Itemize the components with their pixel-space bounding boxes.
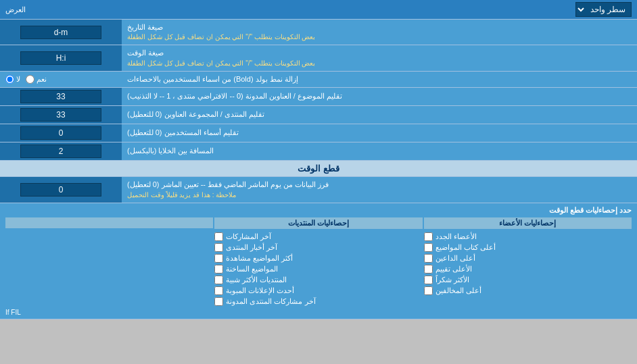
checkbox-top-rated[interactable]: الأعلى تقييم [424, 265, 632, 274]
forum-titles-input[interactable] [20, 108, 101, 122]
checkbox-hot-topics[interactable]: المواضيع الساخنة [214, 265, 422, 274]
radio-no[interactable]: لا [5, 75, 20, 84]
display-select-area[interactable]: سطر واحدسطرانثلاثة أسطر [575, 2, 632, 17]
radio-yes-input[interactable] [26, 75, 34, 84]
cell-spacing-row: المسافة بين الخلايا (بالبكسل) [0, 142, 637, 161]
date-format-input[interactable] [20, 26, 101, 39]
bold-remove-row: إزالة نمط بولد (Bold) من اسماء المستخدمي… [0, 72, 637, 88]
radio-no-input[interactable] [5, 75, 14, 84]
cutoff-input[interactable] [20, 183, 101, 197]
display-select[interactable]: سطر واحدسطرانثلاثة أسطر [575, 2, 632, 17]
checkbox-forum-news-input[interactable] [214, 243, 223, 252]
header-row: سطر واحدسطرانثلاثة أسطر العرض [0, 0, 637, 20]
usernames-label: تقليم أسماء المستخدمين (0 للتعطيل) [122, 124, 637, 142]
checkbox-latest-classifieds-input[interactable] [214, 286, 223, 295]
col-forums-title: إحصاءليات المنتديات [214, 217, 422, 229]
checkbox-most-similar-forums-input[interactable] [214, 276, 223, 284]
checkbox-top-rated-input[interactable] [424, 265, 433, 274]
checkbox-top-writers[interactable]: أعلى كتاب المواضيع [424, 243, 632, 252]
forum-titles-input-cell [0, 106, 122, 124]
checkbox-most-viewed[interactable]: أكثر المواضيع مشاهدة [214, 254, 422, 263]
topic-titles-label: تقليم الموضوع / العناوين المدونة (0 -- ا… [122, 88, 637, 105]
checkbox-new-members[interactable]: الأعضاء الجدد [424, 232, 632, 241]
usernames-input[interactable] [20, 126, 101, 140]
checkbox-last-forum-posts-input[interactable] [214, 297, 223, 306]
topic-titles-input[interactable] [20, 90, 101, 103]
checkboxes-grid: إحصاءليات الأعضاء الأعضاء الجدد أعلى كتا… [5, 217, 632, 306]
checkbox-top-violations-input[interactable] [424, 286, 433, 295]
usernames-input-cell [0, 124, 122, 142]
checkbox-latest-classifieds[interactable]: أحدث الإعلانات المبوبة [214, 286, 422, 295]
checkbox-col-forums: إحصاءليات المنتديات آخر المشاركات آخر أخ… [214, 217, 422, 306]
header-right-label: العرض [5, 5, 26, 14]
time-format-label: صيغة الوقت بعض التكوينات يتطلب "/" التي … [122, 45, 637, 70]
cutoff-section-title: قطع الوقت [0, 161, 637, 177]
checkbox-col-extra [5, 217, 213, 306]
cell-spacing-input[interactable] [20, 145, 101, 158]
usernames-row: تقليم أسماء المستخدمين (0 للتعطيل) [0, 124, 637, 142]
cutoff-row: فرز البيانات من يوم الماشر الماضي فقط --… [0, 177, 637, 203]
checkbox-most-similar-forums[interactable]: المنتديات الأكثر شبية [214, 276, 422, 284]
time-format-row: صيغة الوقت بعض التكوينات يتطلب "/" التي … [0, 45, 637, 71]
date-format-input-cell [0, 20, 122, 45]
checkbox-most-thanked-input[interactable] [424, 276, 433, 284]
checkbox-top-inviters[interactable]: أعلى الداعين [424, 254, 632, 263]
checkbox-last-posts[interactable]: آخر المشاركات [214, 232, 422, 241]
time-format-input-cell [0, 45, 122, 70]
cutoff-input-cell [0, 177, 122, 202]
checkbox-top-inviters-input[interactable] [424, 254, 433, 263]
checkbox-forum-news[interactable]: آخر أخبار المنتدى [214, 243, 422, 252]
radio-yes[interactable]: نعم [26, 75, 47, 84]
checkbox-last-posts-input[interactable] [214, 232, 223, 241]
checkbox-col-members: إحصاءليات الأعضاء الأعضاء الجدد أعلى كتا… [424, 217, 632, 306]
col-extra-title [5, 217, 213, 228]
bold-remove-radio-cell: نعم لا [0, 72, 122, 87]
forum-titles-row: تقليم المنتدى / المجموعة العناوين (0 للت… [0, 106, 637, 124]
checkbox-top-violations[interactable]: أعلى المخالفين [424, 286, 632, 295]
checkbox-top-writers-input[interactable] [424, 243, 433, 252]
checkbox-most-thanked[interactable]: الأكثر شكراً [424, 276, 632, 284]
date-format-label: صيغة التاريخ بعض التكوينات يتطلب "/" الت… [122, 20, 637, 45]
checkboxes-section: حدد إحصاءليات قطع الوقت إحصاءليات الأعضا… [0, 203, 637, 319]
cell-spacing-input-cell [0, 142, 122, 160]
cutoff-label: فرز البيانات من يوم الماشر الماضي فقط --… [122, 177, 637, 202]
cell-spacing-label: المسافة بين الخلايا (بالبكسل) [122, 142, 637, 160]
col-members-title: إحصاءليات الأعضاء [424, 217, 632, 229]
checkbox-new-members-input[interactable] [424, 232, 433, 241]
forum-titles-label: تقليم المنتدى / المجموعة العناوين (0 للت… [122, 106, 637, 124]
time-format-input[interactable] [20, 51, 101, 65]
date-format-row: صيغة التاريخ بعض التكوينات يتطلب "/" الت… [0, 20, 637, 45]
checkbox-hot-topics-input[interactable] [214, 265, 223, 274]
checkboxes-title: حدد إحصاءليات قطع الوقت [5, 206, 632, 215]
checkbox-last-forum-posts[interactable]: آخر مشاركات المنتدى المدونة [214, 297, 422, 306]
bottom-text: If FIL [5, 309, 632, 316]
checkbox-most-viewed-input[interactable] [214, 254, 223, 263]
topic-titles-input-cell [0, 88, 122, 105]
bold-remove-label: إزالة نمط بولد (Bold) من اسماء المستخدمي… [122, 72, 637, 87]
topic-titles-row: تقليم الموضوع / العناوين المدونة (0 -- ا… [0, 88, 637, 106]
